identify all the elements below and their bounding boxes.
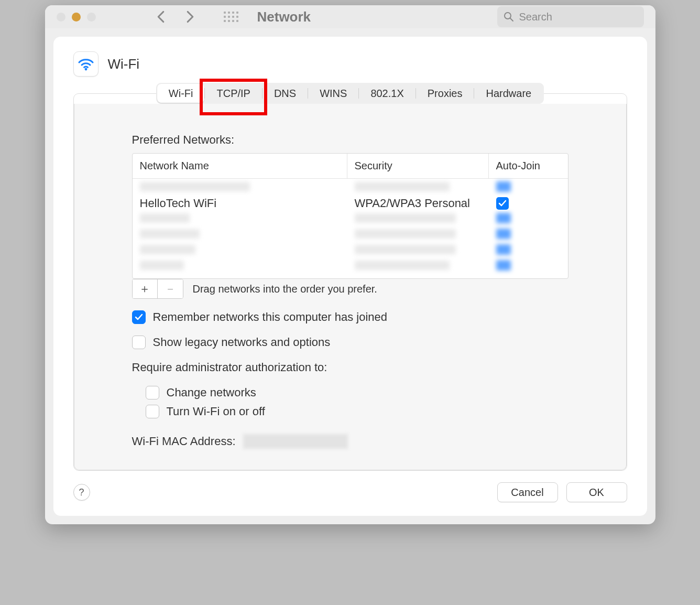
table-row[interactable]: [133, 226, 568, 242]
col-network-name[interactable]: Network Name: [133, 154, 347, 178]
traffic-lights: [57, 13, 96, 21]
search-input[interactable]: Search: [497, 6, 644, 27]
require-auth-label: Require administrator authorization to:: [132, 361, 568, 374]
network-name-cell: HelloTech WiFi: [133, 195, 347, 212]
remove-network-button[interactable]: －: [158, 279, 183, 298]
footer: ? Cancel OK: [73, 471, 627, 516]
table-row[interactable]: HelloTech WiFi WPA2/WPA3 Personal: [133, 195, 568, 210]
tab-proxies[interactable]: Proxies: [416, 84, 474, 103]
forward-button[interactable]: [183, 9, 198, 24]
tab-dns[interactable]: DNS: [262, 84, 308, 103]
ok-button[interactable]: OK: [566, 482, 627, 502]
tab-tcpip[interactable]: TCP/IP: [205, 84, 261, 103]
drag-hint: Drag networks into the order you prefer.: [193, 283, 377, 295]
svg-line-1: [510, 18, 513, 21]
close-button[interactable]: [57, 13, 65, 21]
toolbar: Network Search: [45, 5, 655, 28]
table-row[interactable]: [133, 210, 568, 226]
all-preferences-button[interactable]: [224, 12, 238, 22]
change-networks-checkbox[interactable]: [146, 386, 159, 399]
preferred-networks-label: Preferred Networks:: [132, 133, 568, 147]
col-auto-join[interactable]: Auto-Join: [489, 154, 568, 178]
change-networks-label: Change networks: [167, 386, 256, 399]
grid-icon: [224, 12, 238, 22]
wifi-icon: [73, 51, 99, 77]
tab-hardware[interactable]: Hardware: [474, 84, 543, 103]
tab-8021x[interactable]: 802.1X: [359, 84, 415, 103]
preferred-networks-table[interactable]: Network Name Security Auto-Join HelloTec…: [132, 153, 568, 279]
search-icon: [504, 12, 514, 22]
table-row[interactable]: [133, 179, 568, 195]
turn-wifi-label: Turn Wi-Fi on or off: [167, 405, 265, 418]
panel-header: Wi-Fi: [73, 51, 627, 77]
tab-bar: Wi-Fi TCP/IP DNS WINS 802.1X Proxies Har…: [73, 83, 627, 104]
turn-wifi-checkbox[interactable]: [146, 405, 159, 418]
legacy-networks-checkbox[interactable]: [132, 336, 146, 349]
help-button[interactable]: ?: [73, 484, 90, 501]
toolbar-title: Network: [257, 9, 311, 25]
content-area: Preferred Networks: Network Name Securit…: [73, 93, 627, 471]
col-security[interactable]: Security: [347, 154, 489, 178]
search-placeholder: Search: [519, 11, 552, 23]
legacy-networks-label: Show legacy networks and options: [153, 336, 331, 349]
back-button[interactable]: [154, 9, 168, 24]
mac-address-value: [243, 434, 348, 449]
cancel-button[interactable]: Cancel: [497, 482, 558, 502]
mac-address-label: Wi-Fi MAC Address:: [132, 435, 236, 448]
table-row[interactable]: [133, 242, 568, 257]
add-remove-bar: ＋ －: [132, 279, 183, 299]
tab-wifi[interactable]: Wi-Fi: [157, 84, 205, 103]
remember-networks-label: Remember networks this computer has join…: [153, 310, 388, 324]
table-header: Network Name Security Auto-Join: [133, 154, 568, 179]
maximize-button[interactable]: [87, 13, 96, 21]
window: Network Search Wi-Fi: [45, 5, 655, 524]
tab-wins[interactable]: WINS: [308, 84, 358, 103]
minimize-button[interactable]: [72, 13, 81, 21]
panel-title: Wi-Fi: [108, 56, 140, 72]
add-network-button[interactable]: ＋: [133, 279, 158, 298]
svg-point-0: [505, 13, 511, 19]
table-row[interactable]: [133, 257, 568, 273]
remember-networks-checkbox[interactable]: [132, 310, 146, 324]
autojoin-checkbox[interactable]: [496, 197, 509, 210]
network-security-cell: WPA2/WPA3 Personal: [347, 195, 489, 212]
panel: Wi-Fi Wi-Fi TCP/IP DNS WINS 802.1X Proxi…: [53, 37, 647, 516]
svg-point-2: [84, 68, 87, 71]
